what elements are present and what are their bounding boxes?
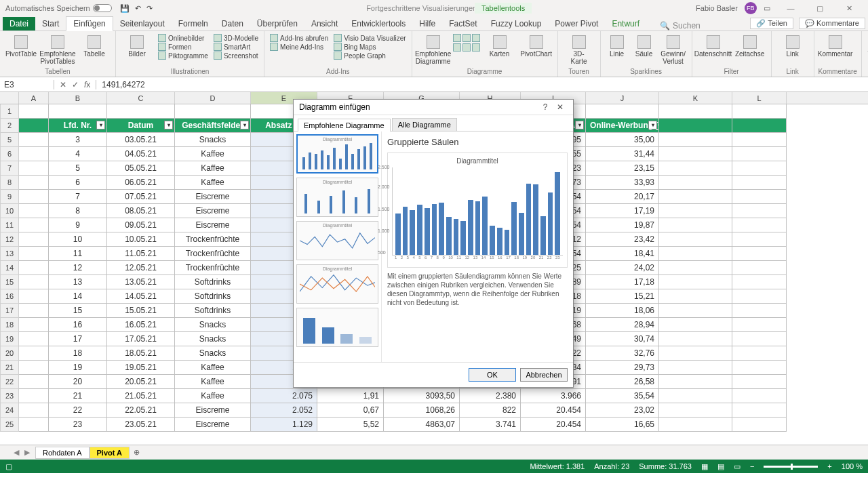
tab-powerpivot[interactable]: Power Pivot — [548, 17, 605, 30]
onlinebilder-button[interactable]: Onlinebilder — [157, 34, 210, 42]
scatterchart-icon[interactable] — [462, 43, 471, 52]
piechart-icon[interactable] — [472, 34, 480, 42]
recommended-charts-button[interactable]: Empfohlene Diagramme — [416, 34, 450, 66]
3dmodels-button[interactable]: 3D-Modelle — [212, 34, 260, 42]
tab-entwicklertools[interactable]: Entwicklertools — [344, 17, 412, 30]
redo-icon[interactable]: ↷ — [146, 4, 153, 13]
search-box[interactable]: 🔍 Suchen — [660, 21, 701, 30]
table-row[interactable]: 242222.05.21Eiscreme2.0520,671068,268222… — [0, 403, 868, 418]
sparkline-line-button[interactable]: Linie — [605, 34, 629, 59]
barchart-icon[interactable] — [453, 34, 461, 42]
people-button[interactable]: People Graph — [332, 52, 407, 60]
tab-daten[interactable]: Daten — [215, 17, 250, 30]
thumb-pareto[interactable] — [296, 308, 378, 347]
sparkline-col-button[interactable]: Säule — [632, 34, 656, 59]
timeline-button[interactable]: Zeitachse — [733, 34, 767, 59]
zoom-slider[interactable] — [764, 466, 818, 468]
view-break-icon[interactable]: ▭ — [734, 462, 741, 471]
formula-input[interactable]: 1491,64272 — [96, 80, 868, 89]
col-header[interactable]: B — [49, 92, 107, 104]
autosave-toggle[interactable]: Automatisches Speichern — [5, 4, 112, 12]
col-header[interactable]: D — [175, 92, 251, 104]
maximize-icon[interactable]: ▢ — [806, 4, 833, 13]
thumb-clustered-column-2[interactable]: Diagrammtitel — [296, 178, 378, 217]
tab-hilfe[interactable]: Hilfe — [412, 17, 442, 30]
col-header[interactable]: K — [659, 92, 732, 104]
dialog-tab-recommended[interactable]: Empfohlene Diagramme — [298, 119, 391, 131]
tab-ueberpruefen[interactable]: Überprüfen — [250, 17, 304, 30]
dialog-help-icon[interactable]: ? — [538, 102, 553, 112]
avatar[interactable]: FB — [745, 2, 757, 14]
zoom-out-icon[interactable]: − — [750, 462, 754, 470]
tab-entwurf[interactable]: Entwurf — [605, 17, 646, 30]
table-row[interactable]: 252323.05.21Eiscreme1.1295,524863,073.74… — [0, 418, 868, 432]
pivotchart-button[interactable]: PivotChart — [519, 34, 553, 59]
screenshot-button[interactable]: Screenshot — [212, 52, 260, 60]
bilder-button[interactable]: Bilder — [120, 34, 154, 59]
tab-ansicht[interactable]: Ansicht — [304, 17, 344, 30]
piktogramme-button[interactable]: Piktogramme — [157, 52, 210, 60]
ribbon-options-icon[interactable]: ▭ — [764, 4, 770, 13]
pivottable-button[interactable]: PivotTable — [4, 34, 38, 59]
cancel-formula-icon[interactable]: ✕ — [60, 80, 66, 89]
sheet-tab-active[interactable]: Pivot A — [90, 447, 130, 459]
sheet-nav-prev-icon[interactable]: ◀ — [14, 448, 19, 457]
view-normal-icon[interactable]: ▦ — [701, 462, 708, 471]
close-icon[interactable]: ✕ — [835, 4, 863, 13]
link-button[interactable]: Link — [776, 34, 810, 59]
tab-formeln[interactable]: Formeln — [172, 17, 215, 30]
new-sheet-icon[interactable]: ⊕ — [130, 448, 143, 457]
col-header[interactable]: L — [732, 92, 787, 104]
ok-button[interactable]: OK — [469, 368, 516, 382]
dialog-close-icon[interactable]: ✕ — [553, 102, 568, 112]
select-all-corner[interactable] — [0, 92, 19, 104]
table-row[interactable]: 232121.05.21Kaffee2.0751,913093,502.3803… — [0, 389, 868, 403]
thumb-line[interactable]: Diagrammtitel — [296, 221, 378, 260]
minimize-icon[interactable]: — — [777, 4, 804, 12]
tab-einfuegen[interactable]: Einfügen — [66, 16, 113, 31]
slicer-button[interactable]: Datenschnitt — [696, 34, 730, 59]
sheet-nav-next-icon[interactable]: ▶ — [24, 448, 30, 457]
tab-file[interactable]: Datei — [3, 17, 35, 30]
recommended-pivot-button[interactable]: Empfohlene PivotTables — [41, 34, 75, 66]
col-header[interactable]: J — [586, 92, 659, 104]
addins-button[interactable]: Add-Ins abrufen — [269, 34, 330, 42]
tab-factset[interactable]: FactSet — [442, 17, 484, 30]
view-page-icon[interactable]: ▤ — [717, 462, 724, 471]
formen-button[interactable]: Formen — [157, 43, 210, 51]
tab-fuzzy[interactable]: Fuzzy Lookup — [484, 17, 549, 30]
areachart-icon[interactable] — [453, 43, 461, 52]
record-macro-icon[interactable]: ▢ — [5, 462, 12, 471]
visio-button[interactable]: Visio Data Visualizer — [332, 34, 407, 42]
bing-button[interactable]: Bing Maps — [332, 43, 407, 51]
toggle-icon[interactable] — [93, 4, 112, 12]
karten-button[interactable]: Karten — [483, 34, 517, 59]
comments-button[interactable]: 💬 Kommentare — [799, 18, 865, 29]
name-box[interactable]: E3 — [0, 80, 54, 89]
sheet-tab[interactable]: Rohdaten A — [35, 447, 90, 459]
tab-start[interactable]: Start — [35, 17, 66, 30]
enter-formula-icon[interactable]: ✓ — [72, 80, 79, 89]
zoom-level[interactable]: 100 % — [842, 462, 863, 470]
col-header[interactable]: A — [19, 92, 49, 104]
table-button[interactable]: Tabelle — [77, 34, 111, 59]
cancel-button[interactable]: Abbrechen — [520, 368, 568, 382]
myaddins-button[interactable]: Meine Add-Ins — [269, 43, 330, 51]
undo-icon[interactable]: ↶ — [135, 4, 141, 13]
thumb-line-2[interactable]: Diagrammtitel — [296, 264, 378, 304]
linechart-icon[interactable] — [462, 34, 471, 42]
tab-seitenlayout[interactable]: Seitenlayout — [113, 17, 172, 30]
share-button[interactable]: 🔗 Teilen — [750, 18, 793, 29]
smartart-button[interactable]: SmartArt — [212, 43, 260, 51]
comment-button[interactable]: Kommentar — [818, 34, 852, 59]
thumb-clustered-column[interactable]: Diagrammtitel — [296, 134, 378, 174]
chart-thumbnails[interactable]: Diagrammtitel Diagrammtitel Diagrammtite… — [294, 131, 382, 362]
zoom-in-icon[interactable]: + — [827, 462, 831, 470]
col-header[interactable]: C — [107, 92, 175, 104]
save-icon[interactable]: 💾 — [120, 4, 130, 13]
otherchart-icon[interactable] — [472, 43, 480, 52]
sparkline-wl-button[interactable]: Gewinn/ Verlust — [659, 34, 688, 66]
fx-icon[interactable]: fx — [84, 80, 90, 89]
dialog-tab-all[interactable]: Alle Diagramme — [392, 118, 457, 131]
3dmap-button[interactable]: 3D- Karte — [562, 34, 596, 66]
